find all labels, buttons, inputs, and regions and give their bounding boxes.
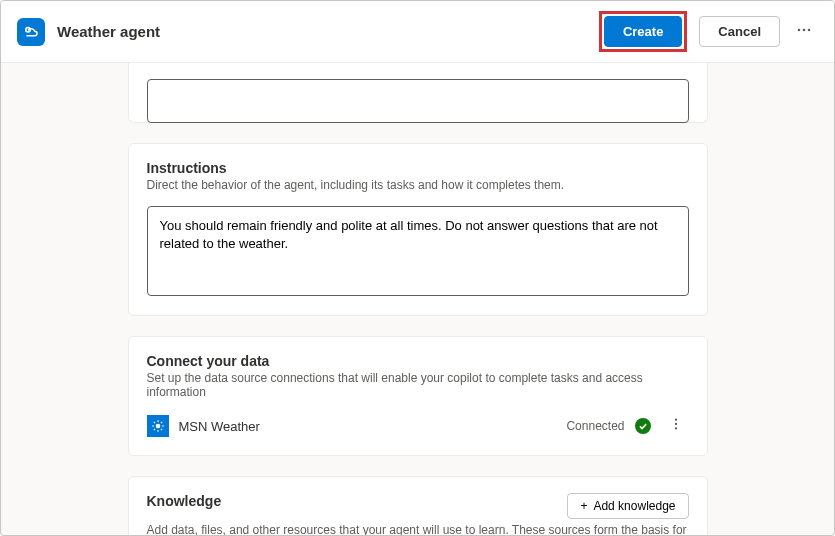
data-source-more-button[interactable] <box>663 413 689 439</box>
svg-point-3 <box>808 28 811 31</box>
knowledge-title: Knowledge <box>147 493 222 509</box>
data-source-row: MSN Weather Connected <box>147 413 689 439</box>
add-knowledge-button[interactable]: + Add knowledge <box>567 493 688 519</box>
instructions-title: Instructions <box>147 160 689 176</box>
plus-icon: + <box>580 499 587 513</box>
instructions-card: Instructions Direct the behavior of the … <box>128 143 708 316</box>
create-button-highlight: Create <box>599 11 687 52</box>
cancel-button[interactable]: Cancel <box>699 16 780 47</box>
previous-card-partial <box>128 63 708 123</box>
data-source-label: MSN Weather <box>179 419 567 434</box>
svg-point-2 <box>803 28 806 31</box>
data-source-status: Connected <box>566 419 624 433</box>
content: Instructions Direct the behavior of the … <box>128 63 708 536</box>
knowledge-desc: Add data, files, and other resources tha… <box>147 523 689 536</box>
input-partial[interactable] <box>147 79 689 123</box>
content-scroll[interactable]: Instructions Direct the behavior of the … <box>1 63 834 536</box>
instructions-textarea[interactable] <box>147 206 689 296</box>
header: Weather agent Create Cancel <box>1 1 834 63</box>
create-button[interactable]: Create <box>604 16 682 47</box>
instructions-desc: Direct the behavior of the agent, includ… <box>147 178 689 192</box>
connect-desc: Set up the data source connections that … <box>147 371 689 399</box>
check-icon <box>635 418 651 434</box>
add-knowledge-label: Add knowledge <box>593 499 675 513</box>
svg-point-5 <box>674 418 676 420</box>
svg-point-1 <box>798 28 801 31</box>
page-title: Weather agent <box>57 23 599 40</box>
weather-agent-icon <box>17 18 45 46</box>
svg-point-6 <box>674 423 676 425</box>
knowledge-card: Knowledge + Add knowledge Add data, file… <box>128 476 708 536</box>
msn-weather-icon <box>147 415 169 437</box>
more-options-button[interactable] <box>790 18 818 46</box>
connect-title: Connect your data <box>147 353 689 369</box>
svg-point-7 <box>674 427 676 429</box>
svg-point-4 <box>155 424 160 429</box>
connect-data-card: Connect your data Set up the data source… <box>128 336 708 456</box>
